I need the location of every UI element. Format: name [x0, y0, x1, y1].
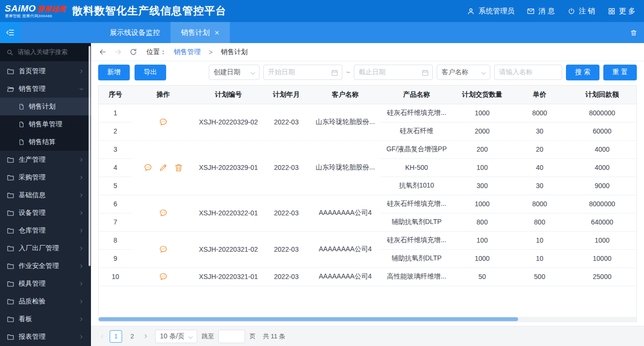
start-date-input[interactable]: 开始日期	[263, 65, 342, 80]
chevron-right-icon	[79, 281, 84, 287]
product-name: 辅助抗氧剂DLTP	[380, 249, 453, 268]
sidebar-item-8[interactable]: 作业安全管理	[0, 257, 91, 275]
logout-button[interactable]: 注 销	[567, 7, 595, 16]
sidebar-subitem-label: 销售单管理	[29, 120, 62, 129]
edit-action-icon[interactable]	[158, 163, 168, 172]
chevron-right-icon	[79, 157, 84, 163]
sidebar-item-5[interactable]: 设备管理	[0, 204, 91, 222]
plan-month: 2022-03	[262, 104, 310, 140]
product-name: 抗氧剂1010	[380, 177, 453, 195]
sidebar-item-1[interactable]: 销售管理	[0, 80, 91, 98]
table-row: 3XSJH-20220329-012022-03山东玲珑轮胎股份...GF/液晶…	[99, 140, 636, 158]
plan-month: 2022-03	[262, 195, 310, 231]
close-all-tabs-button[interactable]	[623, 22, 644, 43]
sidebar-item-10[interactable]: 品质检验	[0, 292, 91, 310]
breadcrumb-parent-link[interactable]: 销售管理	[174, 48, 201, 56]
sidebar-item-3[interactable]: 采购管理	[0, 168, 91, 186]
tab-close-icon[interactable]: ×	[215, 29, 219, 37]
row-actions	[132, 195, 194, 231]
page-number-1[interactable]: 1	[110, 330, 122, 343]
next-page-button[interactable]	[143, 333, 149, 339]
more-label: 更 多	[619, 7, 635, 16]
folder-icon	[7, 262, 14, 270]
sidebar-item-7[interactable]: 入厂出厂管理	[0, 239, 91, 257]
page-number-2[interactable]: 2	[126, 330, 138, 343]
breadcrumb-bar: 位置： 销售管理 > 销售计划	[91, 43, 644, 61]
chevron-right-icon	[79, 68, 84, 74]
file-icon	[18, 121, 25, 128]
planned-amount: 4000	[568, 140, 636, 158]
row-number: 8	[99, 231, 132, 249]
sidebar-search-input[interactable]: 请输入关键字搜索	[0, 43, 91, 61]
comment-action-icon[interactable]	[158, 272, 168, 281]
page-size-select[interactable]: 10 条/页	[155, 330, 197, 343]
plan-month: 2022-03	[262, 231, 310, 268]
comment-action-icon[interactable]	[158, 245, 168, 254]
name-input[interactable]: 请输入名称	[494, 65, 562, 80]
back-button[interactable]	[99, 48, 107, 56]
logo-subtext: 赛摩智能 股票代码300466	[5, 14, 66, 18]
sidebar-item-0[interactable]: 首页管理	[0, 62, 91, 80]
end-date-placeholder: 截止日期	[359, 68, 385, 77]
sidebar-subitem[interactable]: 销售结算	[0, 133, 91, 151]
more-button[interactable]: 更 多	[608, 7, 635, 16]
reset-button[interactable]: 重 置	[603, 65, 637, 80]
planned-quantity: 1000	[453, 195, 511, 213]
unit-price: 800	[511, 213, 568, 231]
sidebar-collapse-button[interactable]	[0, 22, 20, 43]
sidebar-item-11[interactable]: 看板	[0, 310, 91, 328]
add-button[interactable]: 新增	[98, 65, 130, 80]
end-date-input[interactable]: 截止日期	[354, 65, 433, 80]
export-button[interactable]: 导出	[135, 65, 166, 80]
tab-1[interactable]: 销售计划×	[170, 22, 230, 43]
search-button[interactable]: 搜 索	[566, 65, 599, 80]
planned-amount: 640000	[568, 213, 636, 231]
sidebar-item-2[interactable]: 生产管理	[0, 151, 91, 168]
table-row: 8XSJH-20220321-022022-03AAAAAAAA公司4硅灰石纤维…	[99, 231, 636, 249]
app-header: SAiMO 赛摩雄鹰 赛摩智能 股票代码300466 散料数智化生产线信息管控平…	[0, 0, 644, 22]
forward-button[interactable]	[114, 48, 122, 56]
folder-icon	[7, 280, 14, 288]
refresh-button[interactable]	[129, 48, 137, 56]
comment-action-icon[interactable]	[143, 163, 153, 172]
sidebar-item-12[interactable]: 报表管理	[0, 328, 91, 346]
table-head-row: 序号操作计划编号计划年月客户名称产品名称计划交货数量单价计划回款额	[99, 86, 636, 104]
saimo-logo: SAiMO 赛摩雄鹰 赛摩智能 股票代码300466	[5, 4, 66, 18]
sidebar-subitem[interactable]: 销售单管理	[0, 115, 91, 133]
horizontal-scrollbar[interactable]	[99, 317, 636, 322]
unit-price: 10	[511, 249, 568, 268]
filter-field-select[interactable]: 客户名称	[437, 65, 490, 80]
folder-icon	[7, 298, 14, 305]
folder-icon	[7, 315, 14, 323]
plan-number: XSJH-20220329-02	[194, 104, 262, 140]
sidebar-subitem[interactable]: 销售计划	[0, 98, 91, 115]
sidebar-item-label: 报表管理	[19, 333, 45, 341]
customer-name: 山东玲珑轮胎股份...	[310, 104, 380, 140]
sidebar-item-label: 采购管理	[19, 173, 45, 182]
row-number: 7	[99, 213, 132, 231]
chevron-down-icon	[480, 69, 486, 75]
date-range-separator: ~	[346, 68, 350, 76]
column-header: 计划编号	[194, 86, 262, 104]
app-window: SAiMO 赛摩雄鹰 赛摩智能 股票代码300466 散料数智化生产线信息管控平…	[0, 0, 644, 346]
folder-open-icon	[7, 85, 14, 93]
sidebar-item-9[interactable]: 模具管理	[0, 275, 91, 292]
logo-text-en: SAiMO	[5, 4, 36, 13]
prev-page-button[interactable]	[99, 333, 105, 339]
sidebar-item-4[interactable]: 基础信息	[0, 186, 91, 204]
messages-button[interactable]: 消 息	[527, 7, 554, 16]
unit-price: 20	[511, 140, 568, 158]
trash-action-icon[interactable]	[174, 163, 183, 172]
jump-label: 跳至	[202, 332, 214, 341]
date-type-select[interactable]: 创建日期	[209, 65, 260, 80]
jump-page-input[interactable]	[218, 330, 245, 343]
page-size-value: 10 条/页	[160, 332, 184, 341]
sidebar-scrollbar[interactable]	[89, 46, 90, 266]
comment-action-icon[interactable]	[158, 117, 168, 127]
comment-action-icon[interactable]	[158, 208, 168, 218]
user-menu[interactable]: 系统管理员	[467, 7, 514, 16]
sidebar-item-6[interactable]: 仓库管理	[0, 222, 91, 239]
tab-0[interactable]: 展示线设备监控	[99, 22, 170, 43]
horizontal-scrollbar-thumb[interactable]	[99, 317, 518, 321]
chevron-right-icon	[79, 175, 84, 180]
